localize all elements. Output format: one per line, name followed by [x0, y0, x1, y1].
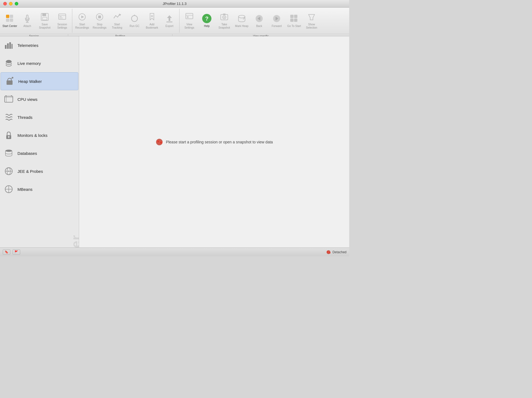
svg-rect-39 — [294, 15, 297, 18]
back-icon — [254, 14, 264, 23]
toolbar-items: Start Center Attach — [0, 8, 349, 34]
sidebar-item-live-memory[interactable]: Live memory — [0, 54, 79, 72]
export-button[interactable]: Export — [161, 9, 178, 33]
stop-recordings-button[interactable]: Stop Recordings — [91, 9, 108, 33]
svg-rect-41 — [294, 19, 297, 22]
svg-rect-23 — [166, 22, 172, 22]
bottom-bar: 🔖 🚩 Detached — [0, 248, 349, 256]
heap-walker-icon — [5, 76, 14, 86]
svg-rect-2 — [6, 19, 9, 22]
svg-rect-47 — [7, 80, 13, 85]
sidebar-item-monitors-locks[interactable]: Monitors & locks — [0, 126, 79, 144]
svg-rect-3 — [10, 19, 13, 22]
svg-point-71 — [160, 142, 162, 143]
cpu-views-icon — [4, 94, 14, 104]
svg-rect-24 — [186, 13, 193, 19]
export-label: Export — [166, 25, 174, 28]
sidebar-item-heap-walker[interactable]: Heap Walker — [1, 72, 78, 90]
go-to-start-icon — [289, 14, 299, 23]
forward-label: Forward — [272, 25, 282, 28]
main-layout: Telemetries Live memory — [0, 36, 349, 248]
svg-rect-12 — [59, 16, 62, 17]
svg-point-46 — [6, 60, 11, 63]
sidebar-item-threads[interactable]: Threads — [0, 108, 79, 126]
start-tracking-button[interactable]: Start Tracking — [108, 9, 126, 33]
window-controls[interactable] — [3, 2, 18, 5]
mark-heap-icon — [237, 14, 247, 23]
attach-button[interactable]: Attach — [19, 9, 36, 33]
take-snapshot-button[interactable]: Take Snapshot — [216, 9, 233, 33]
mbeans-icon — [4, 184, 14, 194]
go-to-start-button[interactable]: Go To Start — [285, 9, 303, 33]
maximize-button[interactable] — [15, 2, 18, 5]
add-bookmark-bar-button[interactable]: 🔖 — [3, 249, 10, 255]
svg-rect-17 — [98, 16, 101, 18]
window-title: JProfiler 11.1.3 — [163, 2, 186, 6]
flag-icon: 🚩 — [14, 250, 18, 254]
content-area: Please start a profiling session or open… — [79, 36, 349, 248]
add-bookmark-label: Add Bookmark — [144, 23, 160, 29]
run-gc-icon — [130, 14, 139, 23]
save-snapshot-button[interactable]: Save Snapshot — [36, 9, 53, 33]
bottom-bar-right: Detached — [326, 250, 346, 255]
sidebar-item-jee-probes[interactable]: JEE & Probes — [0, 162, 79, 180]
svg-rect-38 — [290, 15, 294, 18]
databases-label: Databases — [17, 151, 37, 156]
view-settings-button[interactable]: View Settings — [181, 9, 198, 33]
sidebar-item-mbeans[interactable]: MBeans — [0, 180, 79, 198]
run-gc-label: Run GC — [130, 25, 139, 28]
svg-rect-54 — [5, 95, 7, 96]
mbeans-label: MBeans — [17, 187, 32, 192]
start-recordings-label: Start Recordings — [74, 23, 90, 29]
titlebar: JProfiler 11.1.3 — [0, 0, 349, 8]
toolbar-group-session: Start Center Attach — [0, 9, 72, 33]
session-settings-icon — [57, 12, 67, 22]
monitors-locks-label: Monitors & locks — [17, 133, 47, 138]
toolbar-group-viewspecific: View Settings ? Help Take Snapshot — [180, 9, 349, 33]
databases-icon — [4, 148, 14, 158]
sidebar-item-databases[interactable]: Databases — [0, 144, 79, 162]
back-button[interactable]: Back — [250, 9, 268, 33]
bookmark-icon: 🔖 — [5, 250, 8, 254]
svg-point-69 — [158, 141, 159, 142]
mark-heap-button[interactable]: Mark Heap — [233, 9, 250, 33]
view-settings-label: View Settings — [181, 23, 198, 29]
start-recordings-icon — [77, 12, 87, 22]
empty-state-icon — [156, 138, 163, 146]
start-center-button[interactable]: Start Center — [1, 9, 19, 33]
forward-button[interactable]: Forward — [268, 9, 285, 33]
empty-message-text: Please start a profiling session or open… — [166, 140, 273, 144]
sidebar-item-telemetries[interactable]: Telemetries — [0, 36, 79, 54]
svg-rect-0 — [6, 15, 9, 18]
show-selection-icon — [307, 12, 316, 22]
forward-icon — [272, 14, 282, 23]
session-settings-label: Session Settings — [54, 23, 70, 29]
status-text: Detached — [333, 250, 346, 254]
help-label: Help — [204, 25, 210, 28]
add-flag-bar-button[interactable]: 🚩 — [13, 249, 20, 255]
session-settings-button[interactable]: Session Settings — [53, 9, 71, 33]
start-recordings-button[interactable]: Start Recordings — [73, 9, 91, 33]
svg-rect-51 — [5, 96, 13, 102]
sidebar-item-cpu-views[interactable]: CPU views — [0, 90, 79, 108]
threads-icon — [4, 112, 14, 122]
svg-marker-15 — [81, 16, 84, 18]
close-button[interactable] — [3, 2, 7, 5]
svg-point-50 — [12, 77, 13, 79]
show-selection-button[interactable]: Show Selection — [303, 9, 320, 33]
attach-label: Attach — [23, 25, 31, 28]
add-bookmark-button[interactable]: Add Bookmark — [143, 9, 161, 33]
jee-probes-icon — [4, 166, 14, 176]
svg-point-59 — [5, 150, 12, 152]
help-button[interactable]: ? Help — [198, 9, 216, 33]
minimize-button[interactable] — [9, 2, 13, 5]
stop-recordings-label: Stop Recordings — [91, 23, 108, 29]
svg-rect-26 — [187, 16, 189, 18]
toolbar: Start Center Attach — [0, 8, 349, 36]
run-gc-button[interactable]: Run GC — [126, 9, 143, 33]
back-label: Back — [256, 25, 262, 28]
save-snapshot-icon — [40, 12, 50, 22]
svg-point-76 — [329, 252, 330, 253]
telemetries-label: Telemetries — [17, 43, 38, 48]
svg-rect-9 — [43, 17, 47, 20]
